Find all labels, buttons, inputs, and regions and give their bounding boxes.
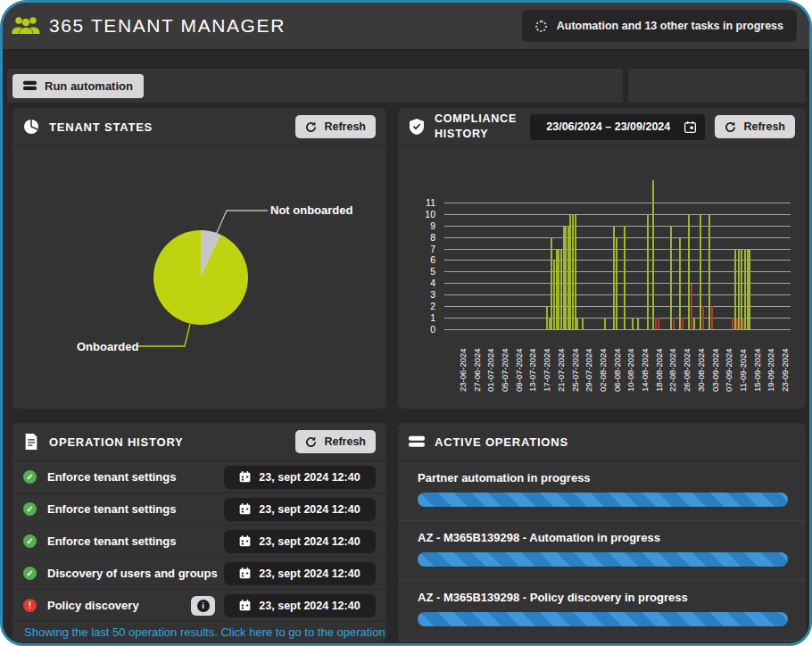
tenant-pie[interactable] xyxy=(153,230,248,325)
chart-bar xyxy=(749,249,750,329)
calendar-icon xyxy=(239,535,251,547)
compliance-history-title: COMPLIANCE HISTORY xyxy=(435,112,517,142)
chart-bar xyxy=(679,237,681,329)
chart-bar xyxy=(693,318,695,329)
x-axis-label: 27-06-2024 xyxy=(472,335,483,392)
chart-bar xyxy=(565,226,567,329)
chart-bar xyxy=(682,318,684,329)
chart-bar xyxy=(560,249,562,329)
x-axis-label: 03-09-2024 xyxy=(710,335,721,392)
users-logo-icon xyxy=(12,14,40,37)
info-button[interactable]: i xyxy=(191,596,215,616)
y-axis-label: 0 xyxy=(414,324,435,335)
operation-history-refresh-button[interactable]: Refresh xyxy=(295,430,376,453)
x-axis-label: 25-07-2024 xyxy=(570,335,581,392)
x-axis-label: 11-09-2024 xyxy=(738,335,749,392)
operation-row[interactable]: ✓ Enforce tenant settings 23, sept 2024 … xyxy=(12,526,386,558)
operation-history-footer-link[interactable]: Showing the last 50 operation results. C… xyxy=(12,622,386,642)
x-axis-label: 26-08-2024 xyxy=(682,335,692,392)
chart-bar xyxy=(616,237,617,329)
operation-row[interactable]: ! Policy discovery i 23, sept 2024 12:40 xyxy=(12,590,386,622)
chart-gridline xyxy=(444,214,791,215)
operation-label: Enforce tenant settings xyxy=(47,470,176,484)
y-axis-label: 2 xyxy=(414,301,435,311)
x-axis-label: 15-09-2024 xyxy=(752,335,763,392)
status-icon: ✓ xyxy=(23,502,37,516)
x-axis-label: 29-07-2024 xyxy=(584,335,594,392)
pie-label-onboarded: Onboarded xyxy=(77,340,138,353)
chart-bar xyxy=(632,318,634,329)
operation-row[interactable]: ✓ Discovery of users and groups 23, sept… xyxy=(12,558,386,590)
run-automation-button[interactable]: Run automation xyxy=(12,74,144,98)
x-axis-label: 23-06-2024 xyxy=(458,335,468,392)
y-axis-label: 4 xyxy=(414,277,435,288)
x-axis-label: 23-09-2024 xyxy=(780,335,791,392)
x-axis-label: 02-08-2024 xyxy=(598,335,609,392)
tasks-status-badge[interactable]: Automation and 13 other tasks in progres… xyxy=(522,10,797,42)
compliance-history-header: COMPLIANCE HISTORY 23/06/2024 – 23/09/20… xyxy=(398,108,806,146)
progress-bar xyxy=(418,612,788,626)
calendar-icon xyxy=(239,503,251,515)
chart-bar xyxy=(708,215,710,330)
y-axis-label: 10 xyxy=(414,209,435,219)
spinner-icon xyxy=(535,21,547,32)
compliance-history-panel: COMPLIANCE HISTORY 23/06/2024 – 23/09/20… xyxy=(398,108,806,409)
progress-bar xyxy=(418,552,788,567)
chart-bar xyxy=(546,306,548,329)
x-axis-label: 10-08-2024 xyxy=(626,335,636,392)
chart-bar xyxy=(604,318,606,329)
active-operation-label: AZ - M365B139298 - Policy discovery in p… xyxy=(418,591,788,604)
refresh-label: Refresh xyxy=(324,435,366,448)
chart-bar xyxy=(575,215,576,330)
x-axis-label: 09-07-2024 xyxy=(514,335,525,392)
pie-chart-icon xyxy=(23,119,39,135)
date-range-picker[interactable]: 23/06/2024 – 23/09/2024 xyxy=(530,114,705,140)
operation-row[interactable]: ✓ Enforce tenant settings 23, sept 2024 … xyxy=(12,493,386,526)
calendar-icon xyxy=(239,471,251,483)
x-axis-label: 07-09-2024 xyxy=(724,335,734,392)
operation-label: Enforce tenant settings xyxy=(47,534,176,548)
chart-bar xyxy=(652,180,654,329)
active-operations-title: ACTIVE OPERATIONS xyxy=(435,435,568,449)
tenant-states-title: TENANT STATES xyxy=(49,120,153,134)
x-axis-label: 21-07-2024 xyxy=(556,335,567,392)
chart-bar xyxy=(558,249,559,329)
active-operation-item: Partner automation in progress xyxy=(398,461,806,521)
operation-date-badge: 23, sept 2024 12:40 xyxy=(224,498,376,521)
tenant-states-panel: TENANT STATES Refresh Not onboarded Onbo… xyxy=(12,108,386,409)
chart-bar xyxy=(637,318,639,329)
date-range-value: 23/06/2024 – 23/09/2024 xyxy=(546,120,684,133)
calendar-icon xyxy=(239,600,251,611)
chart-bar xyxy=(576,318,578,329)
refresh-icon xyxy=(725,121,736,133)
chart-bar xyxy=(702,306,704,329)
compliance-refresh-button[interactable]: Refresh xyxy=(715,115,795,138)
run-automation-label: Run automation xyxy=(45,79,133,93)
info-icon: i xyxy=(197,600,210,612)
active-operation-item: AZ - M365B139298 - Automation in progres… xyxy=(398,521,806,581)
toolbar: Run automation xyxy=(7,69,806,103)
refresh-icon xyxy=(305,121,317,133)
refresh-label: Refresh xyxy=(324,120,366,133)
status-badge-label: Automation and 13 other tasks in progres… xyxy=(557,20,783,32)
chart-bar xyxy=(700,215,701,330)
y-axis-label: 9 xyxy=(414,220,435,231)
x-axis-label: 01-07-2024 xyxy=(485,335,496,392)
chart-bar xyxy=(673,318,675,329)
status-icon: ✓ xyxy=(23,534,37,548)
chart-bar xyxy=(582,318,584,329)
chart-bar xyxy=(691,284,692,329)
operation-history-header: OPERATION HISTORY Refresh xyxy=(12,423,386,461)
operation-date-badge: 23, sept 2024 12:40 xyxy=(224,562,376,585)
active-operations-header: ACTIVE OPERATIONS xyxy=(398,423,806,461)
x-axis-label: 17-07-2024 xyxy=(542,335,552,392)
chart-bar xyxy=(655,318,657,329)
chart-gridline xyxy=(444,226,791,227)
operation-date-badge: 23, sept 2024 12:40 xyxy=(224,594,376,617)
chart-bar xyxy=(553,261,555,329)
operation-date: 23, sept 2024 12:40 xyxy=(259,567,360,580)
operation-row[interactable]: ✓ Enforce tenant settings 23, sept 2024 … xyxy=(12,461,386,493)
tenant-states-refresh-button[interactable]: Refresh xyxy=(295,115,376,138)
y-axis-label: 8 xyxy=(414,232,435,243)
operation-date: 23, sept 2024 12:40 xyxy=(259,600,360,612)
